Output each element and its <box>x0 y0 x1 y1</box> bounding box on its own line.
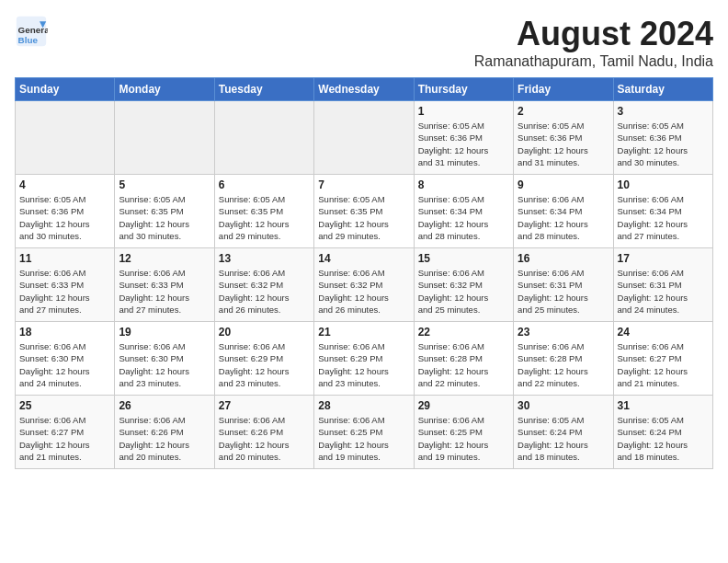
day-number: 17 <box>618 252 709 265</box>
day-number: 12 <box>119 252 210 265</box>
day-number: 22 <box>418 326 509 339</box>
calendar-cell: 5Sunrise: 6:05 AM Sunset: 6:35 PM Daylig… <box>115 175 214 248</box>
day-info: Sunrise: 6:05 AM Sunset: 6:36 PM Dayligh… <box>19 193 110 242</box>
day-info: Sunrise: 6:06 AM Sunset: 6:34 PM Dayligh… <box>618 193 709 242</box>
weekday-header: Thursday <box>414 78 513 101</box>
logo: General Blue <box>15 15 48 48</box>
calendar-cell: 10Sunrise: 6:06 AM Sunset: 6:34 PM Dayli… <box>613 175 712 248</box>
day-info: Sunrise: 6:06 AM Sunset: 6:32 PM Dayligh… <box>219 267 310 316</box>
day-info: Sunrise: 6:06 AM Sunset: 6:33 PM Dayligh… <box>119 267 210 316</box>
calendar-cell: 25Sunrise: 6:06 AM Sunset: 6:27 PM Dayli… <box>16 396 115 469</box>
day-number: 31 <box>618 399 709 412</box>
day-info: Sunrise: 6:05 AM Sunset: 6:35 PM Dayligh… <box>219 193 310 242</box>
calendar-cell <box>214 101 313 175</box>
calendar-cell: 29Sunrise: 6:06 AM Sunset: 6:25 PM Dayli… <box>414 396 513 469</box>
calendar-cell: 27Sunrise: 6:06 AM Sunset: 6:26 PM Dayli… <box>214 396 313 469</box>
day-number: 23 <box>518 326 609 339</box>
weekday-header-row: SundayMondayTuesdayWednesdayThursdayFrid… <box>16 78 713 101</box>
month-year-title: August 2024 <box>474 15 713 53</box>
day-info: Sunrise: 6:06 AM Sunset: 6:26 PM Dayligh… <box>219 414 310 463</box>
day-number: 14 <box>318 252 409 265</box>
day-number: 8 <box>418 178 509 191</box>
day-info: Sunrise: 6:06 AM Sunset: 6:27 PM Dayligh… <box>618 340 709 389</box>
calendar-cell <box>115 101 214 175</box>
day-info: Sunrise: 6:06 AM Sunset: 6:25 PM Dayligh… <box>318 414 409 463</box>
calendar-cell: 15Sunrise: 6:06 AM Sunset: 6:32 PM Dayli… <box>414 248 513 322</box>
calendar-cell: 4Sunrise: 6:05 AM Sunset: 6:36 PM Daylig… <box>16 175 115 248</box>
day-info: Sunrise: 6:05 AM Sunset: 6:36 PM Dayligh… <box>618 120 709 168</box>
weekday-header: Friday <box>514 78 613 101</box>
day-info: Sunrise: 6:06 AM Sunset: 6:32 PM Dayligh… <box>418 267 509 316</box>
day-info: Sunrise: 6:06 AM Sunset: 6:27 PM Dayligh… <box>19 414 110 463</box>
day-number: 2 <box>518 105 609 118</box>
day-number: 10 <box>618 178 709 191</box>
calendar-week-row: 18Sunrise: 6:06 AM Sunset: 6:30 PM Dayli… <box>16 322 713 396</box>
calendar-cell: 26Sunrise: 6:06 AM Sunset: 6:26 PM Dayli… <box>115 396 214 469</box>
day-info: Sunrise: 6:06 AM Sunset: 6:25 PM Dayligh… <box>418 414 509 463</box>
page-header: General Blue August 2024 Ramanathapuram,… <box>15 15 713 70</box>
day-info: Sunrise: 6:05 AM Sunset: 6:35 PM Dayligh… <box>119 193 210 242</box>
weekday-header: Saturday <box>613 78 712 101</box>
day-info: Sunrise: 6:05 AM Sunset: 6:24 PM Dayligh… <box>518 414 609 463</box>
calendar-week-row: 11Sunrise: 6:06 AM Sunset: 6:33 PM Dayli… <box>16 248 713 322</box>
day-info: Sunrise: 6:06 AM Sunset: 6:31 PM Dayligh… <box>618 267 709 316</box>
calendar-cell <box>16 101 115 175</box>
day-info: Sunrise: 6:06 AM Sunset: 6:33 PM Dayligh… <box>19 267 110 316</box>
day-info: Sunrise: 6:06 AM Sunset: 6:32 PM Dayligh… <box>318 267 409 316</box>
calendar-cell: 11Sunrise: 6:06 AM Sunset: 6:33 PM Dayli… <box>16 248 115 322</box>
day-info: Sunrise: 6:06 AM Sunset: 6:29 PM Dayligh… <box>318 340 409 389</box>
day-number: 7 <box>318 178 409 191</box>
svg-text:Blue: Blue <box>18 35 39 45</box>
day-info: Sunrise: 6:06 AM Sunset: 6:29 PM Dayligh… <box>219 340 310 389</box>
day-number: 29 <box>418 399 509 412</box>
calendar-week-row: 4Sunrise: 6:05 AM Sunset: 6:36 PM Daylig… <box>16 175 713 248</box>
day-info: Sunrise: 6:05 AM Sunset: 6:35 PM Dayligh… <box>318 193 409 242</box>
day-info: Sunrise: 6:06 AM Sunset: 6:30 PM Dayligh… <box>119 340 210 389</box>
calendar-cell: 20Sunrise: 6:06 AM Sunset: 6:29 PM Dayli… <box>214 322 313 396</box>
day-number: 24 <box>618 326 709 339</box>
calendar-cell: 23Sunrise: 6:06 AM Sunset: 6:28 PM Dayli… <box>514 322 613 396</box>
calendar-cell: 31Sunrise: 6:05 AM Sunset: 6:24 PM Dayli… <box>613 396 712 469</box>
day-info: Sunrise: 6:05 AM Sunset: 6:24 PM Dayligh… <box>618 414 709 463</box>
calendar-cell <box>314 101 414 175</box>
calendar-cell: 19Sunrise: 6:06 AM Sunset: 6:30 PM Dayli… <box>115 322 214 396</box>
weekday-header: Tuesday <box>214 78 313 101</box>
calendar-cell: 7Sunrise: 6:05 AM Sunset: 6:35 PM Daylig… <box>314 175 414 248</box>
day-number: 30 <box>518 399 609 412</box>
calendar-week-row: 1Sunrise: 6:05 AM Sunset: 6:36 PM Daylig… <box>16 101 713 175</box>
day-number: 28 <box>318 399 409 412</box>
calendar-week-row: 25Sunrise: 6:06 AM Sunset: 6:27 PM Dayli… <box>16 396 713 469</box>
day-info: Sunrise: 6:05 AM Sunset: 6:36 PM Dayligh… <box>518 120 609 168</box>
calendar-cell: 3Sunrise: 6:05 AM Sunset: 6:36 PM Daylig… <box>613 101 712 175</box>
logo-icon: General Blue <box>15 15 48 48</box>
day-info: Sunrise: 6:05 AM Sunset: 6:36 PM Dayligh… <box>418 120 509 168</box>
day-info: Sunrise: 6:06 AM Sunset: 6:28 PM Dayligh… <box>518 340 609 389</box>
day-number: 26 <box>119 399 210 412</box>
day-number: 20 <box>219 326 310 339</box>
calendar-cell: 30Sunrise: 6:05 AM Sunset: 6:24 PM Dayli… <box>514 396 613 469</box>
day-info: Sunrise: 6:06 AM Sunset: 6:34 PM Dayligh… <box>518 193 609 242</box>
weekday-header: Wednesday <box>314 78 414 101</box>
day-number: 9 <box>518 178 609 191</box>
day-number: 13 <box>219 252 310 265</box>
calendar-cell: 2Sunrise: 6:05 AM Sunset: 6:36 PM Daylig… <box>514 101 613 175</box>
calendar-cell: 13Sunrise: 6:06 AM Sunset: 6:32 PM Dayli… <box>214 248 313 322</box>
day-number: 4 <box>19 178 110 191</box>
day-number: 5 <box>119 178 210 191</box>
day-number: 11 <box>19 252 110 265</box>
day-number: 21 <box>318 326 409 339</box>
calendar-cell: 14Sunrise: 6:06 AM Sunset: 6:32 PM Dayli… <box>314 248 414 322</box>
calendar-cell: 18Sunrise: 6:06 AM Sunset: 6:30 PM Dayli… <box>16 322 115 396</box>
day-number: 16 <box>518 252 609 265</box>
calendar-cell: 22Sunrise: 6:06 AM Sunset: 6:28 PM Dayli… <box>414 322 513 396</box>
day-number: 18 <box>19 326 110 339</box>
calendar-cell: 1Sunrise: 6:05 AM Sunset: 6:36 PM Daylig… <box>414 101 513 175</box>
calendar-cell: 9Sunrise: 6:06 AM Sunset: 6:34 PM Daylig… <box>514 175 613 248</box>
calendar-cell: 17Sunrise: 6:06 AM Sunset: 6:31 PM Dayli… <box>613 248 712 322</box>
day-number: 19 <box>119 326 210 339</box>
weekday-header: Sunday <box>16 78 115 101</box>
day-number: 1 <box>418 105 509 118</box>
location-subtitle: Ramanathapuram, Tamil Nadu, India <box>474 53 713 70</box>
day-info: Sunrise: 6:06 AM Sunset: 6:28 PM Dayligh… <box>418 340 509 389</box>
day-number: 6 <box>219 178 310 191</box>
